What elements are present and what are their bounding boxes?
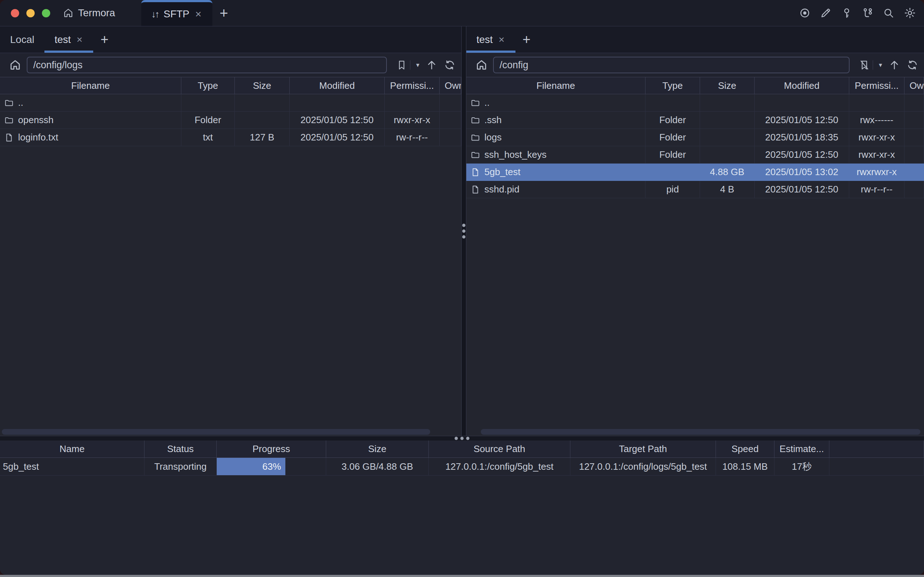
column-header-type[interactable]: Type xyxy=(181,77,235,94)
left-go-up-icon[interactable] xyxy=(426,59,437,71)
table-row[interactable]: .. xyxy=(0,94,461,111)
splitter-grip-icon xyxy=(462,224,466,239)
right-file-table: Filename Type Size Modified Permissi... … xyxy=(466,77,924,436)
left-path-input[interactable] xyxy=(27,57,387,73)
pane-splitter[interactable] xyxy=(461,26,466,436)
screen-bottom-strip xyxy=(0,575,924,577)
column-header-speed[interactable]: Speed xyxy=(716,440,774,458)
left-bookmark-icon[interactable] xyxy=(396,60,407,71)
column-header-modified[interactable]: Modified xyxy=(755,77,849,94)
tab-test-right-close-icon[interactable]: × xyxy=(498,35,505,45)
right-home-icon[interactable] xyxy=(474,59,489,71)
remote-pane: test × + ▾ xyxy=(466,26,924,436)
column-header-name[interactable]: Name xyxy=(0,440,145,458)
traffic-lights xyxy=(0,0,50,26)
tab-sftp-close-icon[interactable]: × xyxy=(194,9,202,19)
branch-icon[interactable] xyxy=(862,7,873,19)
left-horizontal-scrollbar[interactable] xyxy=(2,429,430,435)
right-table-header: Filename Type Size Modified Permissi... … xyxy=(466,77,924,94)
folder-icon xyxy=(4,98,14,108)
table-row[interactable]: .ssh Folder 2025/01/05 12:50 rwx------ xyxy=(466,111,924,129)
column-header-progress[interactable]: Progress xyxy=(217,440,326,458)
table-row[interactable]: loginfo.txt txt 127 B 2025/01/05 12:50 r… xyxy=(0,129,461,146)
tab-test-left[interactable]: test × xyxy=(44,26,94,53)
record-icon[interactable] xyxy=(799,7,811,19)
splitter-grip-icon xyxy=(455,437,469,440)
close-window-button[interactable] xyxy=(11,9,19,17)
right-bookmark-slash-icon[interactable] xyxy=(859,60,870,71)
column-header-permissions[interactable]: Permissi... xyxy=(385,77,440,94)
table-row[interactable]: sshd.pid pid 4 B 2025/01/05 12:50 rw-r--… xyxy=(466,181,924,198)
folder-icon xyxy=(4,116,14,125)
edit-icon[interactable] xyxy=(820,7,832,19)
column-header-estimate[interactable]: Estimate... xyxy=(774,440,829,458)
column-header-permissions[interactable]: Permissi... xyxy=(849,77,905,94)
divider xyxy=(410,60,410,70)
app-window: Termora ↓↑ SFTP × + xyxy=(0,0,924,575)
right-go-up-icon[interactable] xyxy=(889,59,900,71)
key-icon[interactable] xyxy=(841,7,853,19)
settings-icon[interactable] xyxy=(904,7,916,19)
right-bookmark-dropdown-icon[interactable]: ▾ xyxy=(879,61,882,69)
left-table-header: Filename Type Size Modified Permissi... … xyxy=(0,77,461,94)
right-bookmark-group: ▾ xyxy=(856,60,882,71)
table-row[interactable]: openssh Folder 2025/01/05 12:50 rwxr-xr-… xyxy=(0,111,461,129)
column-header-owner[interactable]: Owner xyxy=(440,77,461,94)
right-path-input[interactable] xyxy=(493,57,850,73)
search-icon[interactable] xyxy=(883,7,894,19)
table-row-selected[interactable]: 5gb_test 4.88 GB 2025/01/05 13:02 rwxrwx… xyxy=(466,164,924,181)
left-add-tab-button[interactable]: + xyxy=(93,26,116,53)
dual-pane-area: Local test × + ▾ xyxy=(0,26,924,436)
right-horizontal-scrollbar[interactable] xyxy=(481,429,921,435)
folder-icon xyxy=(471,133,480,142)
folder-icon xyxy=(471,150,480,160)
transfer-row[interactable]: 5gb_test Transporting 63% 3.06 GB/4.88 G… xyxy=(0,458,924,475)
column-header-status[interactable]: Status xyxy=(145,440,217,458)
transfer-queue: Name Status Progress Size Source Path Ta… xyxy=(0,440,924,575)
column-header-filename[interactable]: Filename xyxy=(0,77,181,94)
tab-local[interactable]: Local xyxy=(0,26,44,53)
divider xyxy=(873,60,873,70)
file-icon xyxy=(471,168,480,177)
transfer-progress-cell: 63% xyxy=(217,458,326,475)
tab-termora[interactable]: Termora xyxy=(63,0,115,26)
zoom-window-button[interactable] xyxy=(42,9,50,17)
transfer-panel-splitter[interactable] xyxy=(0,436,924,440)
tab-sftp-label: SFTP xyxy=(164,8,190,20)
tab-sftp[interactable]: ↓↑ SFTP × xyxy=(141,0,213,26)
left-pane-tabs: Local test × + xyxy=(0,26,461,53)
right-pane-tabs: test × + xyxy=(466,26,924,53)
left-file-table: Filename Type Size Modified Permissi... … xyxy=(0,77,461,436)
tab-termora-label: Termora xyxy=(78,7,115,19)
column-header-source-path[interactable]: Source Path xyxy=(429,440,570,458)
table-row[interactable]: .. xyxy=(466,94,924,111)
transfer-estimate: 17秒 xyxy=(774,458,829,475)
progress-bar: 63% xyxy=(217,458,285,475)
table-row[interactable]: ssh_host_keys Folder 2025/01/05 12:50 rw… xyxy=(466,146,924,164)
left-home-icon[interactable] xyxy=(7,59,23,71)
right-path-bar: ▾ xyxy=(466,53,924,77)
right-refresh-icon[interactable] xyxy=(907,59,918,71)
left-bookmark-group: ▾ xyxy=(393,60,419,71)
minimize-window-button[interactable] xyxy=(26,9,35,17)
column-header-filename[interactable]: Filename xyxy=(466,77,645,94)
column-header-size[interactable]: Size xyxy=(700,77,755,94)
tab-test-right[interactable]: test × xyxy=(466,26,516,53)
left-bookmark-dropdown-icon[interactable]: ▾ xyxy=(416,61,419,69)
column-header-spacer xyxy=(829,440,924,458)
column-header-type[interactable]: Type xyxy=(645,77,700,94)
transfer-status: Transporting xyxy=(145,458,217,475)
column-header-owner[interactable]: Owner xyxy=(905,77,924,94)
right-add-tab-button[interactable]: + xyxy=(516,26,538,53)
table-row[interactable]: logs Folder 2025/01/05 18:35 rwxr-xr-x xyxy=(466,129,924,146)
column-header-target-path[interactable]: Target Path xyxy=(570,440,716,458)
left-refresh-icon[interactable] xyxy=(444,59,455,71)
column-header-size[interactable]: Size xyxy=(235,77,290,94)
transfer-source-path: 127.0.0.1:/config/5gb_test xyxy=(429,458,570,475)
file-icon xyxy=(4,133,14,142)
column-header-modified[interactable]: Modified xyxy=(290,77,385,94)
column-header-size[interactable]: Size xyxy=(326,440,429,458)
tab-test-left-close-icon[interactable]: × xyxy=(76,35,83,45)
new-window-tab-button[interactable]: + xyxy=(213,0,235,26)
transfer-arrows-icon: ↓↑ xyxy=(152,9,158,20)
